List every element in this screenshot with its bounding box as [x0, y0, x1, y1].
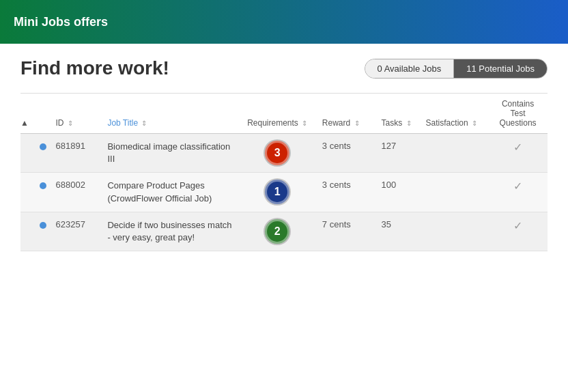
dot-col-header [36, 94, 52, 134]
row-sort-cell [20, 212, 36, 251]
row-title-cell[interactable]: Biomedical image classification III [103, 134, 236, 173]
row-tasks-cell: 100 [378, 173, 422, 212]
row-sort-cell [20, 134, 36, 173]
ctq-col-header: Contains Test Questions [488, 94, 548, 134]
row-id-cell: 623257 [52, 212, 104, 251]
row-reward-cell: 3 cents [318, 134, 378, 173]
row-title-cell[interactable]: Decide if two businesses match - very ea… [103, 212, 236, 251]
available-jobs-button[interactable]: 0 Available Jobs [365, 59, 455, 78]
req-badge: 1 [265, 180, 289, 204]
row-id-cell: 688002 [52, 173, 104, 212]
satisfaction-col-header[interactable]: Satisfaction ⇕ [422, 94, 489, 134]
id-label: ID [56, 118, 64, 128]
row-dot-cell [36, 173, 52, 212]
row-ctq-cell: ✓ [488, 173, 548, 212]
ctq-line3: Questions [500, 118, 537, 128]
reward-label: Reward [322, 118, 350, 128]
row-tasks-cell: 127 [378, 134, 422, 173]
row-req-cell: 2 [237, 212, 318, 251]
ctq-line2: Test [511, 109, 526, 118]
title-col-header[interactable]: Job Title ⇕ [103, 94, 236, 134]
top-bar: Find more work! 0 Available Jobs 11 Pote… [20, 57, 548, 79]
potential-jobs-button[interactable]: 11 Potential Jobs [454, 59, 547, 78]
jobs-table-container: ▲ ID ⇕ Job Title ⇕ Requirements ⇕ [20, 93, 548, 251]
req-badge: 3 [265, 141, 289, 165]
header-title: Mini Jobs offers [14, 15, 108, 29]
req-sort-icon: ⇕ [302, 120, 307, 127]
row-req-cell: 3 [237, 134, 318, 173]
title-label: Job Title [107, 118, 138, 128]
id-col-header[interactable]: ID ⇕ [52, 94, 104, 134]
row-dot-cell [36, 212, 52, 251]
req-badge: 2 [265, 219, 289, 244]
job-toggle-buttons: 0 Available Jobs 11 Potential Jobs [365, 59, 548, 79]
page-heading: Find more work! [20, 57, 169, 79]
table-row[interactable]: 681891 Biomedical image classification I… [20, 134, 548, 173]
reward-col-header[interactable]: Reward ⇕ [318, 94, 378, 134]
title-sort-icon: ⇕ [141, 120, 147, 127]
jobs-table: ▲ ID ⇕ Job Title ⇕ Requirements ⇕ [20, 94, 548, 251]
ctq-line1: Contains [502, 99, 534, 109]
row-sort-cell [20, 173, 36, 212]
tasks-label: Tasks [382, 118, 403, 128]
table-row[interactable]: 623257 Decide if two businesses match - … [20, 212, 548, 251]
row-tasks-cell: 35 [378, 212, 422, 251]
id-sort-icon: ⇕ [68, 120, 73, 127]
row-reward-cell: 3 cents [318, 173, 378, 212]
row-sat-cell [422, 173, 489, 212]
row-req-cell: 1 [237, 173, 318, 212]
requirements-label: Requirements [247, 118, 298, 128]
row-ctq-cell: ✓ [488, 212, 548, 251]
row-reward-cell: 7 cents [318, 212, 378, 251]
row-sat-cell [422, 134, 489, 173]
tasks-col-header[interactable]: Tasks ⇕ [378, 94, 422, 134]
row-ctq-cell: ✓ [488, 134, 548, 173]
row-title-cell[interactable]: Compare Product Pages (CrowdFlower Offic… [103, 173, 236, 212]
header: Mini Jobs offers [0, 0, 568, 44]
sort-arrow-icon: ▲ [20, 118, 29, 128]
req-col-header[interactable]: Requirements ⇕ [237, 94, 318, 134]
satisfaction-label: Satisfaction [426, 118, 468, 128]
sat-sort-icon: ⇕ [472, 120, 477, 127]
table-row[interactable]: 688002 Compare Product Pages (CrowdFlowe… [20, 173, 548, 212]
row-dot-cell [36, 134, 52, 173]
tasks-sort-icon: ⇕ [406, 120, 412, 127]
row-sat-cell [422, 212, 489, 251]
row-id-cell: 681891 [52, 134, 104, 173]
sort-col-header[interactable]: ▲ [20, 94, 36, 134]
reward-sort-icon: ⇕ [354, 120, 360, 127]
main-content: Find more work! 0 Available Jobs 11 Pote… [0, 44, 568, 265]
table-header-row: ▲ ID ⇕ Job Title ⇕ Requirements ⇕ [20, 94, 548, 134]
